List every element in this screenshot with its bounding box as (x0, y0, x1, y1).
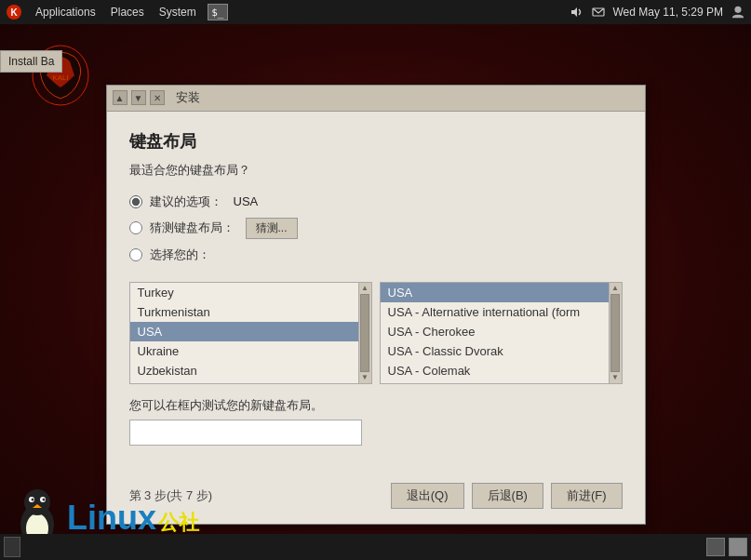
linux-gongshe: 公社 (158, 513, 199, 533)
clock: Wed May 11, 5:29 PM (613, 6, 724, 19)
left-scrollbar-thumb (360, 294, 369, 372)
radio-recommended-label: 建议的选项： (150, 193, 222, 210)
menu-system[interactable]: System (152, 4, 204, 20)
lists-container: Turkey Turkmenistan USA Ukraine Uzbekist… (129, 282, 623, 384)
right-list[interactable]: USA USA - Alternative international (for… (380, 282, 623, 384)
dialog-heading: 键盘布局 (129, 130, 623, 153)
workspace-2[interactable] (729, 538, 747, 556)
radio-row-recommended: 建议的选项： USA (129, 193, 623, 210)
radio-recommended-value: USA (234, 194, 259, 208)
radio-choose-label: 选择您的： (150, 247, 210, 263)
radio-guess-label: 猜测键盘布局： (150, 220, 235, 236)
dialog-title: 安装 (176, 89, 200, 106)
taskbar-right: Wed May 11, 5:29 PM (569, 5, 752, 20)
right-list-scrollbar[interactable]: ▲ ▼ (609, 283, 622, 383)
radio-group: 建议的选项： USA 猜测键盘布局： 猜测... 选择您的： (129, 193, 623, 263)
list-item[interactable]: Uzbekistan (130, 361, 371, 380)
titlebar-close-btn[interactable]: ✕ (150, 90, 165, 105)
right-list-inner: USA USA - Alternative international (for… (381, 283, 622, 380)
list-item[interactable]: USA - Cherokee (381, 322, 622, 341)
right-scrollbar-thumb (610, 294, 620, 372)
dialog-titlebar: ▲ ▼ ✕ 安装 (107, 86, 645, 112)
taskbar: K Applications Places System $_ Wed May … (0, 0, 751, 24)
left-list-scrollbar[interactable]: ▲ ▼ (358, 283, 371, 383)
user-icon (731, 5, 745, 20)
volume-icon (569, 5, 583, 20)
bottom-bar-right (706, 538, 747, 556)
svg-marker-2 (571, 7, 577, 17)
forward-button[interactable]: 前进(F) (551, 483, 623, 509)
svg-point-13 (43, 499, 46, 501)
menu-places[interactable]: Places (103, 4, 152, 20)
email-icon (591, 5, 606, 20)
dialog-subheading: 最适合您的键盘布局？ (129, 162, 623, 179)
desktop-content: KALI Install Ba ▲ ▼ ✕ 安装 键盘布局 最适合您的键盘布局？ (0, 24, 751, 560)
quit-button[interactable]: 退出(Q) (391, 483, 464, 509)
radio-choose[interactable] (129, 248, 142, 261)
titlebar-up-btn[interactable]: ▲ (113, 90, 127, 105)
test-input[interactable] (129, 420, 362, 446)
linux-text: Linux (67, 501, 156, 535)
footer-buttons: 退出(Q) 后退(B) 前进(F) (391, 483, 623, 509)
left-list-inner: Turkey Turkmenistan USA Ukraine Uzbekist… (130, 283, 371, 380)
svg-point-9 (24, 489, 50, 515)
dialog-body: 键盘布局 最适合您的键盘布局？ 建议的选项： USA 猜测键盘布局： 猜测... (107, 112, 645, 473)
guess-button[interactable]: 猜测... (246, 218, 298, 239)
list-item[interactable]: Turkey (130, 283, 371, 302)
list-item[interactable]: USA - Alternative international (form (381, 302, 622, 322)
test-label: 您可以在框内测试您的新键盘布局。 (129, 397, 623, 414)
titlebar-down-btn[interactable]: ▼ (131, 90, 146, 105)
radio-row-choose: 选择您的： (129, 247, 623, 263)
bottom-bar-item[interactable] (4, 537, 20, 557)
dialog-overlay: ▲ ▼ ✕ 安装 键盘布局 最适合您的键盘布局？ 建议的选项： USA (0, 48, 751, 560)
svg-text:K: K (10, 7, 18, 18)
workspace-1[interactable] (706, 538, 725, 556)
list-item-selected[interactable]: USA (130, 322, 371, 341)
list-item[interactable]: Ukraine (130, 341, 371, 361)
list-item[interactable]: USA - Classic Dvorak (381, 341, 622, 361)
list-item-selected[interactable]: USA (381, 283, 622, 302)
back-button[interactable]: 后退(B) (472, 483, 543, 509)
radio-recommended[interactable] (129, 195, 142, 208)
list-item[interactable]: Turkmenistan (130, 302, 371, 322)
menu-applications[interactable]: Applications (28, 4, 103, 20)
svg-point-4 (734, 7, 741, 13)
list-item[interactable]: USA - Colemak (381, 361, 622, 380)
install-dialog: ▲ ▼ ✕ 安装 键盘布局 最适合您的键盘布局？ 建议的选项： USA (106, 85, 646, 525)
taskbar-logo: K (4, 2, 24, 22)
radio-guess[interactable] (129, 221, 142, 234)
test-section: 您可以在框内测试您的新键盘布局。 (129, 397, 623, 446)
terminal-button[interactable]: $_ (208, 4, 228, 20)
svg-point-12 (32, 499, 34, 501)
radio-row-guess: 猜测键盘布局： 猜测... (129, 218, 623, 239)
bottom-taskbar (0, 534, 751, 560)
left-list[interactable]: Turkey Turkmenistan USA Ukraine Uzbekist… (129, 282, 372, 384)
